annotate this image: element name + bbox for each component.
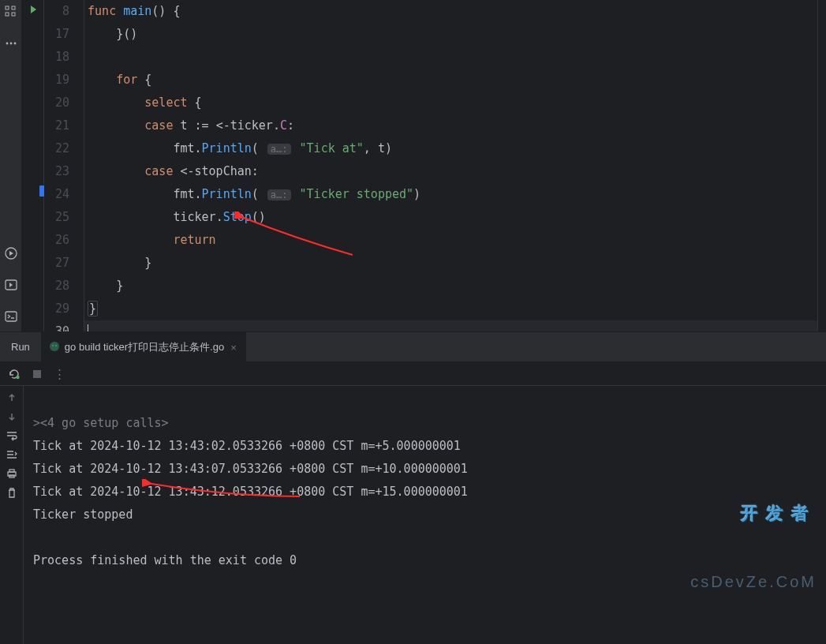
trash-icon[interactable] — [6, 487, 17, 500]
function-name: main — [123, 4, 151, 18]
punct: () — [151, 4, 166, 18]
console-line: Tick at 2024-10-12 13:43:02.0533266 +080… — [33, 439, 461, 453]
string-literal: "Ticker stopped" — [300, 187, 414, 201]
keyword: func — [88, 4, 116, 18]
close-icon[interactable]: × — [229, 342, 238, 354]
inlay-hint: a…: — [267, 189, 291, 200]
brace: } — [144, 256, 151, 270]
line-number: 17 — [55, 23, 69, 46]
punct: : — [252, 164, 259, 178]
run-line-marker-icon[interactable] — [28, 4, 39, 18]
svg-rect-1 — [6, 13, 9, 16]
line-number: 18 — [55, 46, 69, 69]
line-number: 22 — [55, 137, 69, 160]
down-icon[interactable] — [6, 411, 17, 422]
console-line: Ticker stopped — [33, 507, 133, 522]
watermark-text: csDevZe.CoM — [690, 571, 817, 593]
identifier: t — [180, 118, 187, 133]
function-call: Println — [202, 141, 252, 155]
method-call: Stop — [223, 210, 252, 224]
run-config-tab[interactable]: go build ticker打印日志停止条件.go × — [41, 332, 246, 361]
svg-point-11 — [52, 345, 54, 346]
caret — [88, 324, 88, 332]
brace: { — [144, 73, 151, 87]
watermark-text: 开发者 — [690, 502, 817, 525]
console-exit-line: Process finished with the exit code 0 — [33, 553, 297, 567]
paren: ( — [252, 141, 259, 155]
field: C — [280, 118, 287, 133]
line-number: 30 — [55, 320, 69, 331]
identifier: ticker — [173, 210, 215, 224]
brace: { — [173, 4, 180, 18]
identifier: <-ticker — [216, 118, 273, 133]
paren: ) — [385, 141, 392, 155]
soft-wrap-icon[interactable] — [6, 430, 18, 441]
package: fmt — [173, 187, 194, 201]
console-setup-line: <4 go setup calls> — [40, 416, 169, 430]
scroll-to-end-icon[interactable] — [6, 449, 18, 460]
line-number: 21 — [55, 114, 69, 137]
svg-rect-9 — [6, 312, 17, 321]
keyword: case — [144, 164, 173, 178]
keyword: return — [173, 233, 215, 247]
run-tool-icon[interactable] — [2, 276, 20, 294]
svg-point-5 — [9, 43, 12, 45]
paren: ) — [413, 187, 420, 201]
line-number: 29 — [55, 298, 69, 320]
svg-rect-3 — [12, 13, 15, 16]
line-number-gutter: 8 17 18 19 20 21 22 23 24 25 26 27 28 29… — [44, 0, 84, 331]
print-icon[interactable] — [6, 468, 18, 479]
run-tab[interactable]: Run — [0, 332, 41, 361]
keyword: for — [116, 73, 137, 87]
code-area[interactable]: func main() { }() for { select { case t … — [84, 0, 818, 331]
line-number: 8 — [55, 0, 69, 23]
punct: , — [364, 141, 371, 155]
up-icon[interactable] — [6, 392, 17, 403]
stop-icon[interactable] — [32, 369, 43, 380]
vcs-marker — [39, 185, 44, 197]
console-line: Tick at 2024-10-12 13:43:12.0533266 +080… — [33, 485, 468, 499]
punct: . — [216, 210, 223, 224]
run-toolbar: ⋮ — [0, 362, 826, 386]
brace: } — [88, 301, 98, 316]
line-number: 24 — [55, 183, 69, 206]
punct: . — [195, 187, 202, 201]
punct: . — [195, 141, 202, 155]
punct: : — [287, 118, 294, 133]
svg-point-13 — [16, 375, 19, 378]
identifier: t — [378, 141, 385, 155]
services-icon[interactable] — [2, 245, 20, 262]
terminal-icon[interactable] — [2, 308, 20, 325]
line-number: 20 — [55, 92, 69, 114]
rerun-icon[interactable] — [8, 368, 21, 380]
punct: . — [273, 118, 280, 133]
editor-scrollbar[interactable] — [818, 0, 826, 331]
more-icon[interactable] — [2, 35, 20, 52]
console-line: Tick at 2024-10-12 13:43:07.0533266 +080… — [33, 462, 468, 476]
line-number: 27 — [55, 252, 69, 275]
identifier: <-stopChan — [180, 164, 251, 178]
svg-rect-14 — [33, 370, 41, 378]
svg-rect-2 — [12, 6, 15, 9]
svg-point-12 — [55, 345, 57, 346]
svg-point-4 — [6, 43, 8, 45]
operator: := — [195, 118, 209, 133]
package: fmt — [173, 141, 194, 155]
tool-window-bar — [0, 0, 22, 331]
string-literal: "Tick at" — [300, 141, 364, 155]
watermark: 开发者 csDevZe.CoM — [690, 456, 817, 639]
inlay-hint: a…: — [267, 144, 291, 155]
run-config-name: go build ticker打印日志停止条件.go — [65, 340, 224, 354]
structure-icon[interactable] — [2, 3, 20, 21]
more-actions-icon[interactable]: ⋮ — [54, 367, 67, 381]
function-call: Println — [202, 187, 252, 201]
line-number: 23 — [55, 160, 69, 183]
line-number: 19 — [55, 69, 69, 92]
svg-rect-16 — [9, 470, 14, 472]
go-icon — [49, 341, 60, 354]
paren: () — [252, 210, 266, 224]
line-number: 26 — [55, 229, 69, 252]
editor: 8 17 18 19 20 21 22 23 24 25 26 27 28 29… — [22, 0, 826, 331]
brace: } — [116, 279, 123, 293]
console-output[interactable]: ><4 go setup calls> Tick at 2024-10-12 1… — [24, 386, 826, 644]
